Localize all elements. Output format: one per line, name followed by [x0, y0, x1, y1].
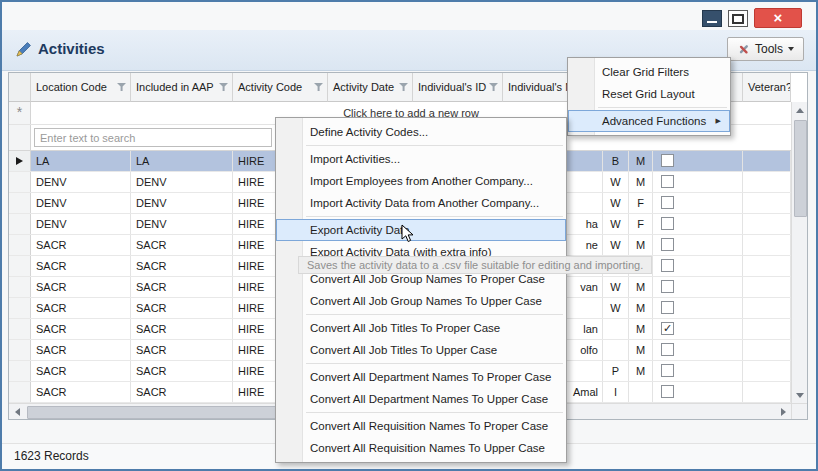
- cell-gender[interactable]: F: [629, 214, 653, 234]
- cell-extra[interactable]: [743, 298, 791, 318]
- menu-item-advanced-functions[interactable]: Advanced Functions▶: [568, 110, 730, 132]
- cell-included-in-aap[interactable]: SACR: [131, 382, 233, 402]
- cell-extra[interactable]: [743, 235, 791, 255]
- search-input[interactable]: [34, 128, 272, 147]
- veteran-checkbox[interactable]: [661, 238, 674, 251]
- cell-included-in-aap[interactable]: SACR: [131, 340, 233, 360]
- cell-race[interactable]: W: [603, 172, 629, 192]
- cell-included-in-aap[interactable]: SACR: [131, 361, 233, 381]
- cell-location-code[interactable]: SACR: [31, 235, 131, 255]
- veteran-checkbox[interactable]: [661, 217, 674, 230]
- cell-extra[interactable]: [743, 256, 791, 276]
- cell-included-in-aap[interactable]: SACR: [131, 277, 233, 297]
- cell-location-code[interactable]: LA: [31, 151, 131, 171]
- cell-gender[interactable]: M: [629, 151, 653, 171]
- menu-item-reset-grid-layout[interactable]: Reset Grid Layout: [568, 83, 730, 105]
- veteran-checkbox[interactable]: [661, 259, 674, 272]
- cell-gender[interactable]: M: [629, 277, 653, 297]
- cell-gender[interactable]: [629, 382, 653, 402]
- close-button[interactable]: ×: [754, 8, 802, 28]
- column-header-activity-code[interactable]: Activity Code: [233, 73, 328, 102]
- scroll-up-button[interactable]: [792, 102, 807, 118]
- cell-race[interactable]: B: [603, 151, 629, 171]
- menu-item-import-employees-from-another-company[interactable]: Import Employees from Another Company...: [276, 170, 566, 192]
- cell-location-code[interactable]: SACR: [31, 319, 131, 339]
- menu-item-convert-all-requisition-names-to-proper-case[interactable]: Convert All Requisition Names To Proper …: [276, 415, 566, 437]
- column-header-included-in-aap[interactable]: Included in AAP: [131, 73, 233, 102]
- menu-item-convert-all-job-titles-to-upper-case[interactable]: Convert All Job Titles To Upper Case: [276, 339, 566, 361]
- filter-icon[interactable]: [219, 83, 228, 91]
- veteran-checkbox[interactable]: [661, 301, 674, 314]
- cell-veteran[interactable]: ✓: [653, 319, 743, 339]
- column-header-activity-date[interactable]: Activity Date: [328, 73, 413, 102]
- veteran-checkbox[interactable]: [661, 196, 674, 209]
- menu-item-import-activity-data-from-another-company[interactable]: Import Activity Data from Another Compan…: [276, 192, 566, 214]
- cell-veteran[interactable]: [653, 193, 743, 213]
- cell-location-code[interactable]: DENV: [31, 172, 131, 192]
- menu-item-convert-all-requisition-names-to-upper-case[interactable]: Convert All Requisition Names To Upper C…: [276, 437, 566, 459]
- cell-included-in-aap[interactable]: SACR: [131, 298, 233, 318]
- cell-race[interactable]: [603, 319, 629, 339]
- cell-race[interactable]: I: [603, 382, 629, 402]
- menu-item-export-activity-data[interactable]: Export Activity Data: [276, 219, 566, 241]
- cell-veteran[interactable]: [653, 151, 743, 171]
- cell-veteran[interactable]: [653, 172, 743, 192]
- cell-gender[interactable]: F: [629, 193, 653, 213]
- scroll-left-button[interactable]: [9, 404, 25, 419]
- cell-gender[interactable]: M: [629, 235, 653, 255]
- filter-icon[interactable]: [117, 83, 126, 91]
- cell-location-code[interactable]: DENV: [31, 193, 131, 213]
- menu-item-convert-all-job-titles-to-proper-case[interactable]: Convert All Job Titles To Proper Case: [276, 317, 566, 339]
- cell-race[interactable]: W: [603, 214, 629, 234]
- vertical-scrollbar[interactable]: [791, 102, 807, 403]
- veteran-checkbox[interactable]: [661, 364, 674, 377]
- vertical-scrollbar-thumb[interactable]: [794, 120, 807, 217]
- filter-icon[interactable]: [489, 83, 498, 91]
- cell-gender[interactable]: M: [629, 298, 653, 318]
- cell-included-in-aap[interactable]: SACR: [131, 256, 233, 276]
- cell-veteran[interactable]: [653, 382, 743, 402]
- menu-item-clear-grid-filters[interactable]: Clear Grid Filters: [568, 61, 730, 83]
- cell-location-code[interactable]: DENV: [31, 214, 131, 234]
- cell-gender[interactable]: M: [629, 172, 653, 192]
- cell-extra[interactable]: [743, 193, 791, 213]
- cell-extra[interactable]: [743, 151, 791, 171]
- cell-location-code[interactable]: SACR: [31, 256, 131, 276]
- veteran-checkbox[interactable]: ✓: [661, 322, 674, 335]
- scroll-down-button[interactable]: [792, 387, 807, 403]
- cell-included-in-aap[interactable]: LA: [131, 151, 233, 171]
- cell-location-code[interactable]: SACR: [31, 340, 131, 360]
- column-header-individual-s-id[interactable]: Individual's ID: [413, 73, 503, 102]
- veteran-checkbox[interactable]: [661, 280, 674, 293]
- cell-veteran[interactable]: [653, 235, 743, 255]
- minimize-button[interactable]: [702, 10, 722, 27]
- veteran-checkbox[interactable]: [661, 154, 674, 167]
- menu-item-import-activities[interactable]: Import Activities...: [276, 148, 566, 170]
- filter-icon[interactable]: [314, 83, 323, 91]
- cell-veteran[interactable]: [653, 214, 743, 234]
- cell-race[interactable]: W: [603, 277, 629, 297]
- column-header-location-code[interactable]: Location Code: [31, 73, 131, 102]
- cell-extra[interactable]: [743, 340, 791, 360]
- cell-location-code[interactable]: SACR: [31, 382, 131, 402]
- cell-veteran[interactable]: [653, 340, 743, 360]
- cell-extra[interactable]: [743, 319, 791, 339]
- cell-included-in-aap[interactable]: DENV: [131, 214, 233, 234]
- cell-included-in-aap[interactable]: DENV: [131, 193, 233, 213]
- cell-included-in-aap[interactable]: SACR: [131, 319, 233, 339]
- cell-extra[interactable]: [743, 277, 791, 297]
- tools-button[interactable]: Tools: [727, 37, 804, 61]
- menu-item-convert-all-job-group-names-to-upper-case[interactable]: Convert All Job Group Names To Upper Cas…: [276, 290, 566, 312]
- cell-extra[interactable]: [743, 172, 791, 192]
- veteran-checkbox[interactable]: [661, 385, 674, 398]
- cell-race[interactable]: W: [603, 298, 629, 318]
- cell-veteran[interactable]: [653, 361, 743, 381]
- cell-location-code[interactable]: SACR: [31, 298, 131, 318]
- cell-race[interactable]: P: [603, 361, 629, 381]
- cell-gender[interactable]: M: [629, 361, 653, 381]
- maximize-button[interactable]: [728, 10, 748, 27]
- veteran-checkbox[interactable]: [661, 175, 674, 188]
- filter-icon[interactable]: [399, 83, 408, 91]
- cell-included-in-aap[interactable]: DENV: [131, 172, 233, 192]
- cell-location-code[interactable]: SACR: [31, 277, 131, 297]
